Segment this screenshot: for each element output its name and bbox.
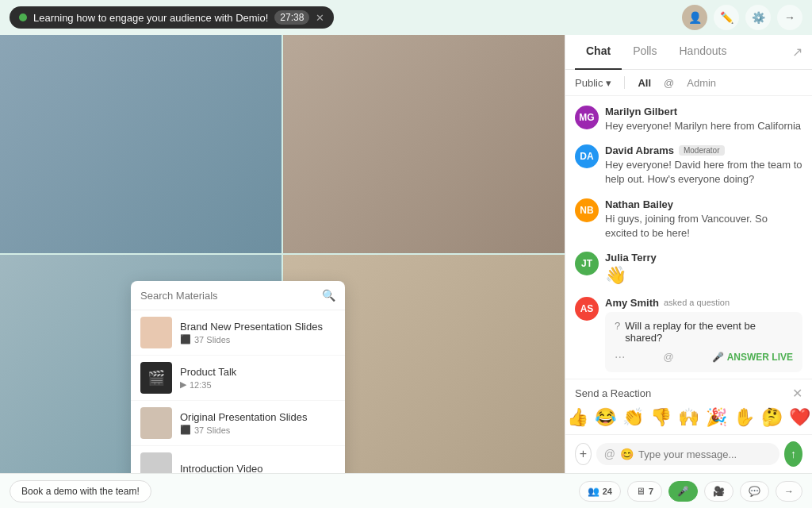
- reaction-clap[interactable]: 👏: [622, 407, 644, 428]
- materials-search-input[interactable]: [140, 290, 316, 302]
- external-link-icon[interactable]: ↗: [792, 35, 802, 69]
- emoji-input-icon[interactable]: 😊: [620, 448, 634, 460]
- avatar-julia: JT: [575, 252, 599, 275]
- msg-text-1: Hey everyone! David here from the team t…: [605, 158, 802, 187]
- chat-tabs: Chat Polls Handouts ↗: [565, 35, 812, 70]
- video-placeholder-2: [283, 35, 565, 253]
- msg-header-0: Marilyn Gilbert: [605, 106, 802, 117]
- chat-button[interactable]: 💬: [740, 481, 769, 502]
- more-options-icon[interactable]: ···: [615, 350, 625, 364]
- at-input-icon[interactable]: @: [604, 448, 615, 460]
- material-meta-0: ⬛ 37 Slides: [180, 334, 335, 344]
- msg-body-0: Marilyn Gilbert Hey everyone! Marilyn he…: [605, 106, 802, 133]
- at-icon[interactable]: @: [663, 351, 673, 363]
- reaction-thumbsdown[interactable]: 👎: [650, 407, 672, 428]
- materials-count: 7: [649, 487, 653, 496]
- attendees-button[interactable]: 👥 24: [579, 481, 621, 502]
- reaction-close-icon[interactable]: ✕: [792, 386, 802, 401]
- chat-icon: 💬: [749, 486, 760, 497]
- msg-name-2: Nathan Bailey: [605, 198, 673, 210]
- exit-ctrl-button[interactable]: →: [776, 481, 802, 502]
- video-icon-1: ▶: [180, 379, 186, 390]
- mic-button[interactable]: 🎤: [668, 481, 698, 502]
- msg-body-2: Nathan Bailey Hi guys, joining from Vanc…: [605, 198, 802, 241]
- msg-text-0: Hey everyone! Marilyn here from Californ…: [605, 119, 802, 133]
- material-item-1[interactable]: 🎬 Product Talk ▶ 12:35: [131, 356, 345, 401]
- video-area: 🔍 Brand New Presentation Slides ⬛ 37 Sli…: [0, 35, 565, 473]
- material-title-3: Introduction Video: [180, 463, 335, 474]
- reaction-emojis: 👍 😂 👏 👎 🙌 🎉 ✋ 🤔 ❤️: [575, 407, 802, 428]
- tab-polls[interactable]: Polls: [622, 35, 668, 70]
- demo-badge[interactable]: Book a demo with the team!: [10, 480, 151, 502]
- reaction-party[interactable]: 🎉: [706, 407, 727, 428]
- bottom-controls: 👥 24 🖥 7 🎤 🎥 💬 →: [579, 481, 802, 502]
- scope-filter[interactable]: Public ▾: [575, 77, 611, 89]
- chat-input[interactable]: [638, 448, 772, 460]
- add-button[interactable]: +: [575, 443, 592, 465]
- material-meta-1: ▶ 12:35: [180, 379, 335, 390]
- input-wrap: @ 😊: [596, 443, 779, 465]
- camera-icon: 🎥: [713, 486, 725, 497]
- material-info-1: Product Talk ▶ 12:35: [180, 366, 335, 390]
- msg-header-1: David Abrams Moderator: [605, 144, 802, 156]
- msg-name-1: David Abrams: [605, 144, 674, 156]
- question-card: ? Will a replay for the event be shared?…: [605, 312, 802, 372]
- reaction-header: Send a Reaction ✕: [575, 386, 802, 401]
- reaction-thinking[interactable]: 🤔: [761, 407, 783, 428]
- chevron-down-icon: ▾: [606, 77, 611, 89]
- session-title: Learning how to engage your audience wit…: [33, 12, 268, 24]
- edit-button[interactable]: ✏️: [714, 5, 739, 30]
- material-item-0[interactable]: Brand New Presentation Slides ⬛ 37 Slide…: [131, 310, 345, 356]
- reaction-panel: Send a Reaction ✕ 👍 😂 👏 👎 🙌 🎉 ✋ 🤔 ❤️: [565, 379, 812, 434]
- people-icon: 👥: [588, 486, 599, 497]
- material-thumb-1: 🎬: [140, 362, 172, 394]
- video-placeholder-1: [0, 35, 282, 253]
- video-cell-1: [0, 35, 282, 253]
- materials-button[interactable]: 🖥 7: [627, 481, 662, 502]
- reaction-hand[interactable]: ✋: [733, 407, 755, 428]
- close-session-icon[interactable]: ✕: [316, 12, 324, 24]
- msg-header-2: Nathan Bailey: [605, 198, 802, 210]
- top-bar: Learning how to engage your audience wit…: [0, 0, 812, 35]
- send-button[interactable]: ↑: [784, 441, 802, 467]
- live-dot: [19, 13, 27, 21]
- reaction-thumbsup[interactable]: 👍: [567, 407, 588, 428]
- video-thumb-icon: 🎬: [147, 369, 165, 387]
- avatar-amy: AS: [575, 297, 599, 321]
- msg-header-3: Julia Terry: [605, 252, 802, 264]
- msg-emoji-3: 👋: [605, 265, 802, 286]
- filter-all[interactable]: All: [638, 77, 651, 89]
- filter-admin[interactable]: Admin: [687, 77, 716, 89]
- reaction-raised-hands[interactable]: 🙌: [678, 407, 699, 428]
- reaction-laugh[interactable]: 😂: [595, 407, 616, 428]
- exit-button[interactable]: →: [777, 5, 802, 30]
- session-timer: 27:38: [274, 10, 309, 25]
- msg-name-0: Marilyn Gilbert: [605, 106, 677, 117]
- filter-at[interactable]: @: [664, 77, 674, 89]
- material-meta-2: ⬛ 37 Slides: [180, 425, 335, 435]
- answer-live-button[interactable]: 🎤 ANSWER LIVE: [712, 352, 793, 363]
- material-item-2[interactable]: Original Presentation Slides ⬛ 37 Slides: [131, 401, 345, 446]
- exit-icon: →: [784, 486, 794, 497]
- question-actions: ··· @ 🎤 ANSWER LIVE: [615, 350, 793, 364]
- materials-panel: 🔍 Brand New Presentation Slides ⬛ 37 Sli…: [131, 281, 345, 473]
- material-info-0: Brand New Presentation Slides ⬛ 37 Slide…: [180, 321, 335, 344]
- chat-message-1: DA David Abrams Moderator Hey everyone! …: [575, 144, 802, 187]
- main-content: 🔍 Brand New Presentation Slides ⬛ 37 Sli…: [0, 35, 812, 473]
- scope-label: Public: [575, 77, 603, 89]
- bottom-bar: Book a demo with the team! 👥 24 🖥 7 🎤 🎥 …: [0, 473, 812, 508]
- slides-icon-2: ⬛: [180, 425, 191, 435]
- tab-chat[interactable]: Chat: [575, 35, 622, 70]
- msg-body-4: Amy Smith asked a question ? Will a repl…: [605, 297, 802, 372]
- tab-handouts[interactable]: Handouts: [668, 35, 737, 70]
- settings-button[interactable]: ⚙️: [745, 5, 771, 30]
- camera-button[interactable]: 🎥: [704, 481, 733, 502]
- reaction-heart[interactable]: ❤️: [789, 407, 810, 428]
- attendees-count: 24: [603, 487, 612, 496]
- moderator-badge: Moderator: [679, 145, 725, 156]
- material-item-3[interactable]: Introduction Video: [131, 446, 345, 473]
- host-avatar: 👤: [682, 5, 707, 30]
- mic-icon: 🎤: [712, 352, 724, 363]
- material-title-1: Product Talk: [180, 366, 335, 378]
- material-thumb-2: [140, 407, 172, 439]
